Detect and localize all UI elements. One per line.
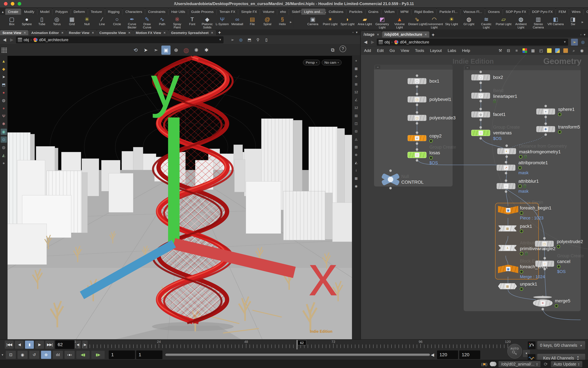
shelf-tool-line[interactable]: ∕Line: [94, 15, 109, 29]
net-pin-icon[interactable]: ➢: [571, 39, 578, 46]
asset-box-icon[interactable]: [562, 47, 569, 54]
menu-help[interactable]: Help: [462, 48, 470, 53]
view-tool-icon[interactable]: ⟲: [131, 46, 140, 55]
network-node-transform5[interactable]: ✚transform5◔: [536, 126, 555, 132]
network-node-pack1[interactable]: ▦pack1◔: [498, 225, 517, 231]
search-icon[interactable]: ⌕: [571, 47, 577, 54]
network-node-control[interactable]: NullCONTROL: [382, 173, 399, 186]
customize-tools-icon[interactable]: ⚒: [497, 47, 504, 54]
background-image-icon[interactable]: [554, 47, 560, 54]
audio-icon[interactable]: ◉: [17, 350, 28, 359]
shelf-tab-wires[interactable]: Wires: [569, 9, 583, 15]
twelve-b-icon[interactable]: 12: [353, 104, 360, 111]
shelf-tab-vellum[interactable]: Vellum: [382, 9, 397, 15]
network-node-primitivewrangle2[interactable]: λAttribute Wrangleprimitivewrangle2◔: [498, 245, 517, 251]
node-name[interactable]: unpack1: [520, 281, 537, 287]
box-add-icon[interactable]: ⊞: [353, 81, 360, 88]
flower-icon[interactable]: ✱: [1, 121, 7, 127]
netbox-minimize-button-2[interactable]: –: [465, 66, 470, 69]
shelf-tool-circle[interactable]: ○Circle: [109, 15, 124, 29]
node-body[interactable]: ◳: [408, 96, 427, 102]
shelf-tab-eho[interactable]: eho: [277, 9, 289, 15]
menu-edit[interactable]: Edit: [377, 48, 384, 53]
sphere2-icon[interactable]: ●: [1, 160, 7, 166]
timeline-ruler[interactable]: 12448729612062: [0, 340, 588, 350]
context-path-button[interactable]: /obj/d02_animal/... ▲▼: [498, 361, 541, 368]
node-body[interactable]: ▦: [498, 283, 517, 289]
shelf-tool-sphere[interactable]: ●Sphere: [19, 15, 34, 29]
network-node-maskfromgeometry1[interactable]: ◐Distance from Geometrymaskfromgeometry1…: [497, 148, 516, 154]
shelf-tool-volume-light[interactable]: ▲Volume Light: [391, 15, 408, 29]
orb2-icon[interactable]: ◍: [1, 144, 7, 150]
tick-display-icon[interactable]: ılıl: [53, 350, 63, 359]
node-body[interactable]: ~: [496, 183, 515, 189]
angle-icon[interactable]: ∠: [353, 97, 360, 103]
menu-tools[interactable]: Tools: [415, 48, 424, 53]
minimize-window-button[interactable]: [11, 2, 14, 6]
node-body[interactable]: ↗: [496, 165, 515, 171]
sculpt-icon[interactable]: Ψ: [1, 113, 7, 119]
network-node-facet1[interactable]: ◍facet1: [471, 111, 490, 118]
close-window-button[interactable]: [4, 2, 8, 6]
shelf-tool-camera[interactable]: ▣Camera: [304, 15, 321, 29]
shelf-tool-metaball[interactable]: ∞Metaball: [230, 15, 245, 29]
select-tool-icon[interactable]: ➤: [141, 46, 150, 55]
shelf-tab-model[interactable]: Model: [37, 9, 52, 15]
plus-snap-icon[interactable]: ✛: [353, 73, 360, 80]
shelf-tab-polygon[interactable]: Polygon: [53, 9, 71, 15]
shelf-tab-rigging[interactable]: Rigging: [105, 9, 122, 15]
path-node[interactable]: d04_architecture: [39, 37, 68, 42]
shelf-up-icon[interactable]: ▲: [0, 10, 5, 15]
forward-icon[interactable]: ▶: [9, 37, 15, 43]
network-node-merge5[interactable]: ≡merge5◔: [533, 299, 552, 307]
network-node-sphere1[interactable]: ●sphere1◔: [536, 108, 555, 115]
snapshot-icon[interactable]: ❋: [192, 46, 201, 55]
pane-grid-icon[interactable]: [1, 47, 7, 53]
list-view-icon[interactable]: ≡: [513, 47, 520, 54]
link-cube-icon[interactable]: ⬒: [246, 37, 253, 43]
tiles-icon[interactable]: ▦: [353, 175, 360, 182]
layout-presets-icon[interactable]: ⧉: [328, 46, 337, 55]
node-body[interactable]: ○: [408, 152, 427, 158]
crosshair-icon[interactable]: ⌖: [353, 57, 360, 64]
next-key-button[interactable]: ▮▶: [91, 350, 105, 359]
node-name[interactable]: facet1: [493, 112, 505, 117]
pin-icon[interactable]: ➢: [229, 37, 236, 43]
help-icon[interactable]: ?: [340, 46, 346, 52]
network-node-ventanas[interactable]: ○Group Createventanas$OS: [471, 130, 490, 136]
node-body[interactable]: ○: [471, 130, 490, 136]
rows-icon[interactable]: ▤: [353, 112, 360, 119]
shelf-tab-fem[interactable]: FEM: [556, 9, 569, 15]
shelf-tool-sw[interactable]: ◨Sw: [564, 15, 582, 29]
shelf-tool-l-system[interactable]: ΨL-System: [215, 15, 230, 29]
shelf-tab-particles[interactable]: Particles: [346, 9, 365, 15]
minus-box-icon[interactable]: ⊟: [353, 128, 360, 135]
close-tab-icon[interactable]: ✕: [163, 31, 166, 35]
net-follow-icon[interactable]: ◎: [579, 39, 586, 46]
auto-key-button[interactable]: AUTO: [507, 344, 522, 359]
shelf-tool-stereo-camera[interactable]: ▥StereoCamera: [530, 15, 547, 29]
shelf-tool-spiral[interactable]: @Spiral: [260, 15, 275, 29]
network-canvas[interactable]: Indie Edition Geometry – –: [361, 55, 588, 339]
collapse-playbar-icon[interactable]: ▾: [2, 353, 3, 357]
node-body[interactable]: ◳: [408, 115, 427, 121]
red-orb-icon[interactable]: ●: [1, 90, 7, 96]
display-options-icon[interactable]: ✱: [202, 46, 211, 55]
node-name[interactable]: foreach_end1: [520, 264, 548, 269]
range-slider-handle[interactable]: ◀: [431, 352, 434, 357]
network-node-unpack1[interactable]: ▦unpack1◔: [498, 283, 517, 289]
node-body[interactable]: ▣: [498, 265, 518, 273]
shelf-tool-torus[interactable]: ◎Torus: [49, 15, 64, 29]
close-tab-icon[interactable]: ✕: [128, 31, 131, 35]
close-tab-icon[interactable]: ✕: [92, 31, 94, 35]
shelf-tab-mpm[interactable]: MPM: [398, 9, 411, 15]
node-body[interactable]: ◳: [535, 241, 554, 247]
tab-obj-d04-architecture[interactable]: /obj/d04_architecture✕: [382, 31, 429, 37]
net-forward-icon[interactable]: ▶: [370, 39, 375, 45]
shelf-tab-rigid-bodies[interactable]: Rigid Bodies: [411, 9, 436, 15]
shelf-tab-collisions[interactable]: Collisions: [326, 9, 346, 15]
shelf-tool-sky-light[interactable]: ☀Sky Light: [443, 15, 460, 29]
network-node-attribpromote1[interactable]: ↗attribpromote1◔mask: [496, 165, 515, 171]
shelf-tab-volume[interactable]: Volume: [260, 9, 277, 15]
tab-render-view[interactable]: Render View✕: [66, 30, 97, 35]
